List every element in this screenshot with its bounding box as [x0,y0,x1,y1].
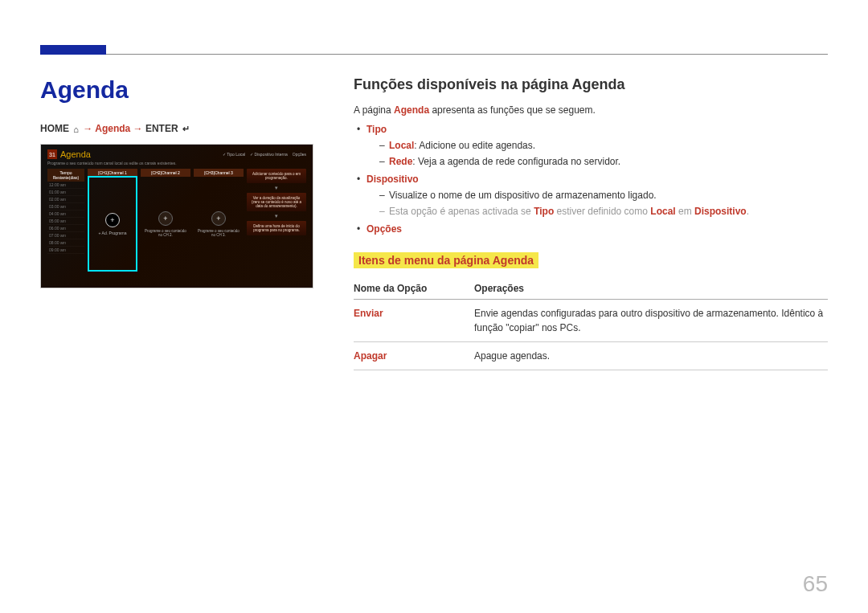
shot-time-column: Tempo Restante(dias) 12:00 am 01:00 am 0… [47,169,84,272]
shot-time-row: 08:00 am [47,239,84,247]
feature-dispositivo: Dispositivo Visualize o nome de um dispo… [354,172,828,219]
shot-menu-dispositivo: ✓ Dispositivo Interna [250,152,288,157]
shot-channel-2: [CH2]Channel 2 + Programe o seu conteúdo… [141,169,190,272]
home-icon: ⌂ [72,125,80,134]
shot-menu-tipo: ✓ Tipo Local [223,152,245,157]
right-column: Funções disponíveis na página Agenda A p… [354,76,828,370]
option-name: Apagar [354,342,474,370]
shot-card: Ver a duração da atualização (zero se co… [247,193,306,211]
shot-menu: ✓ Tipo Local ✓ Dispositivo Interna Opçõe… [223,152,306,157]
breadcrumb-mid: Agenda [95,123,130,134]
header-rule [106,54,828,55]
option-desc: Envie agendas configuradas para outro di… [474,300,828,342]
options-table: Nome da Opção Operações Enviar Envie age… [354,278,828,370]
plus-icon: + [158,211,173,226]
shot-time-row: 02:00 am [47,196,84,203]
shot-card: Adicionar conteúdo para o em programação… [247,169,306,183]
table-row: Enviar Envie agendas configuradas para o… [354,300,828,342]
shot-subtitle: Programe o seu conteúdo num canal local … [47,161,306,166]
option-desc: Apague agendas. [474,342,828,370]
option-name: Enviar [354,300,474,342]
shot-time-row: 06:00 am [47,225,84,232]
feature-dispositivo-note: Esta opção é apenas activada se Tipo est… [366,204,828,219]
breadcrumb-home: HOME [40,123,69,134]
plus-icon: + [105,213,120,227]
shot-time-row: 05:00 am [47,218,84,225]
shot-ch3-caption: Programe o seu conteúdo no CH 3. [194,229,244,237]
plus-icon: + [211,211,226,226]
table-row: Apagar Apague agendas. [354,342,828,370]
shot-ch2-caption: Programe o seu conteúdo no CH 2. [141,229,190,237]
shot-menu-opcoes: Opções [293,152,306,157]
page-title: Agenda [40,76,313,104]
left-column: Agenda HOME ⌂ → Agenda → ENTER ↵ 31 Agen… [40,76,313,370]
shot-time-row: 07:00 am [47,232,84,239]
breadcrumb: HOME ⌂ → Agenda → ENTER ↵ [40,123,313,134]
shot-time-row: 12:00 am [47,182,84,189]
shot-time-row: 04:00 am [47,210,84,218]
shot-channel-3: [CH3]Channel 3 + Programe o seu conteúdo… [194,169,244,272]
shot-time-row: 09:00 am [47,247,84,254]
table-header-name: Nome da Opção [354,278,474,300]
calendar-icon: 31 [47,149,57,159]
shot-side-cards: Adicionar conteúdo para o em programação… [247,169,306,272]
shot-card: Defina uma hora de inicio do programa pa… [247,221,306,235]
shot-time-row: 01:00 am [47,189,84,196]
chevron-down-icon: ▾ [247,186,306,190]
shot-channel-1: [CH1]Channel 1 + + Ad. Programa [88,169,137,272]
page-number: 65 [803,571,828,597]
feature-opcoes: Opções [354,222,828,236]
chevron-down-icon: ▾ [247,215,306,218]
table-header-ops: Operações [474,278,828,300]
shot-ch1-caption: + Ad. Programa [99,231,127,235]
breadcrumb-arrow-2: → [133,123,145,134]
feature-tipo-local: Local: Adicione ou edite agendas. [366,138,828,153]
intro-paragraph: A página Agenda apresenta as funções que… [354,103,828,117]
enter-icon: ↵ [181,124,191,134]
shot-ch3-header: [CH3]Channel 3 [194,169,244,177]
section-heading: Funções disponíveis na página Agenda [354,76,828,93]
breadcrumb-enter: ENTER [145,123,178,134]
feature-dispositivo-desc: Visualize o nome de um dispositivo de ar… [366,188,828,202]
breadcrumb-arrow-1: → [83,123,95,134]
shot-time-header: Tempo Restante(dias) [47,169,84,182]
feature-tipo-rede: Rede: Veja a agenda de rede configurada … [366,154,828,169]
shot-title: Agenda [60,149,91,159]
shot-ch2-header: [CH2]Channel 2 [141,169,190,177]
header-accent [40,45,106,55]
shot-time-row: 03:00 am [47,203,84,210]
subsection-heading: Itens de menu da página Agenda [354,252,538,268]
feature-list: Tipo Local: Adicione ou edite agendas. R… [354,122,828,236]
agenda-screenshot: 31 Agenda ✓ Tipo Local ✓ Dispositivo Int… [40,144,313,288]
feature-tipo: Tipo Local: Adicione ou edite agendas. R… [354,122,828,169]
page-content: Agenda HOME ⌂ → Agenda → ENTER ↵ 31 Agen… [40,76,828,581]
